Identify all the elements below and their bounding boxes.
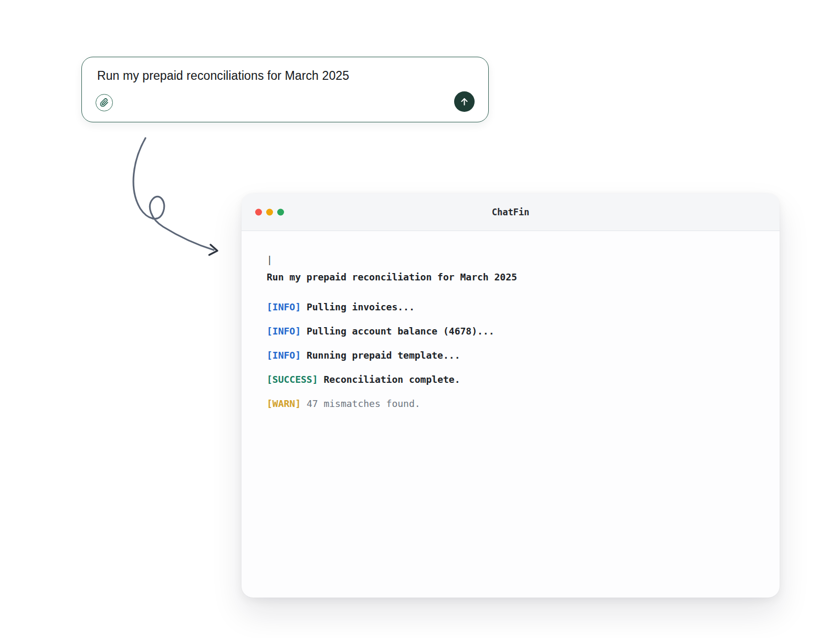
window-titlebar: ChatFin [242,193,780,231]
minimize-window-button[interactable] [266,208,273,215]
log-tag: [INFO] [267,301,301,312]
log-line: [INFO] Pulling invoices... [267,300,754,314]
log-tag: [INFO] [267,326,301,337]
zoom-window-button[interactable] [277,208,284,215]
log-tag: [INFO] [267,350,301,361]
log-line: [SUCCESS] Reconciliation complete. [267,373,754,386]
close-window-button[interactable] [255,208,262,215]
attach-button[interactable] [96,94,113,111]
connector-curve [133,138,214,250]
log-tag: [WARN] [267,398,301,409]
paperclip-icon [100,98,109,107]
log-message: Pulling account balance (4678)... [307,326,495,337]
log-message: Reconciliation complete. [323,374,460,385]
window-title: ChatFin [242,207,780,217]
terminal-cursor: | [267,254,754,265]
prompt-input-card[interactable]: Run my prepaid reconciliations for March… [81,57,489,122]
log-message: 47 mismatches found. [307,398,421,409]
terminal-output: | Run my prepaid reconciliation for Marc… [242,231,780,411]
traffic-lights [255,208,284,215]
log-line: [INFO] Running prepaid template... [267,349,754,362]
log-line: [WARN] 47 mismatches found. [267,397,754,411]
send-button[interactable] [454,91,475,112]
log-line: [INFO] Pulling account balance (4678)... [267,325,754,338]
arrow-up-icon [459,97,469,107]
log-message: Running prepaid template... [307,350,460,361]
log-message: Pulling invoices... [307,301,415,312]
prompt-input-text[interactable]: Run my prepaid reconciliations for March… [97,69,349,83]
terminal-log: [INFO] Pulling invoices... [INFO] Pullin… [267,300,754,411]
log-tag: [SUCCESS] [267,374,318,385]
connector-arrowhead [209,245,218,255]
terminal-command: Run my prepaid reconciliation for March … [267,271,754,283]
connector-arrow [123,129,226,260]
chatfin-window: ChatFin | Run my prepaid reconciliation … [242,193,780,598]
